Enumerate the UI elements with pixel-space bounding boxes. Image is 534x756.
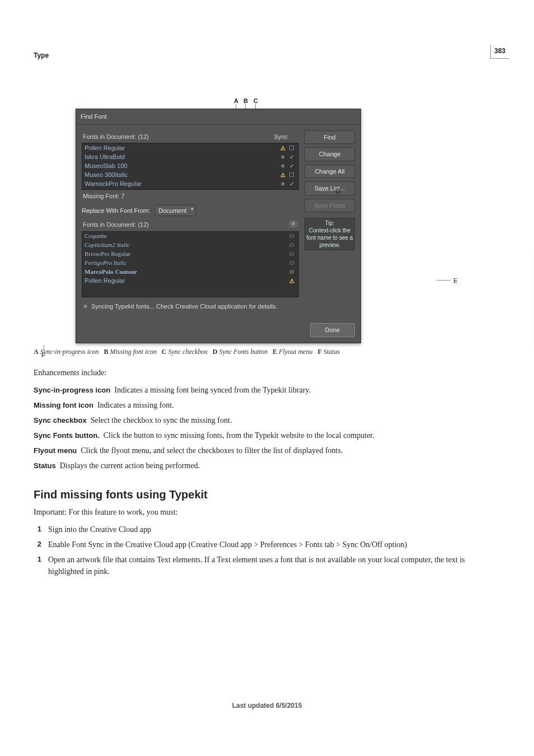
font-name: Iskra UltraBold xyxy=(85,152,278,162)
fonts-in-document-label: Fonts in Document: (12) Sync xyxy=(82,130,299,143)
definition-term: Sync-in-progress icon xyxy=(34,386,110,394)
tip-box: Tip: Context-click the font name to see … xyxy=(305,218,355,250)
step-item: 1Sign into the Creative Cloud app xyxy=(34,524,500,535)
font-row[interactable]: MarcoPolo Contour O xyxy=(82,268,298,277)
opentype-icon: O xyxy=(287,259,296,267)
intro-text: Enhancements include: xyxy=(34,367,500,379)
missing-font-icon: ⚠ xyxy=(287,277,296,285)
opentype-icon: O xyxy=(287,241,296,249)
opentype-icon: O xyxy=(287,232,296,240)
page-footer: Last updated 6/5/2015 xyxy=(34,701,500,711)
definition-row: Sync checkbox Select the checkbox to syn… xyxy=(34,414,500,426)
done-button[interactable]: Done xyxy=(310,323,355,337)
font-row[interactable]: Capitolium2 Italic O xyxy=(82,241,298,250)
font-name: Pollen Regular xyxy=(85,143,278,153)
definition-desc: Click the flyout menu, and select the ch… xyxy=(81,446,343,455)
definition-row: Status Displays the current action being… xyxy=(34,460,500,472)
definition-row: Flyout menu Click the flyout menu, and s… xyxy=(34,445,500,456)
font-name: Coquette xyxy=(85,231,287,241)
find-button[interactable]: Find xyxy=(305,130,355,144)
font-name: MarcoPolo Contour xyxy=(85,267,287,277)
missing-font-icon: ⚠ xyxy=(278,144,287,152)
step-text: Open an artwork file that contains Text … xyxy=(48,554,500,577)
important-note: Important: For this feature to work, you… xyxy=(34,506,500,518)
step-text: Enable Font Sync in the Creative Cloud a… xyxy=(48,539,500,550)
replacement-font-list[interactable]: Coquette O Capitolium2 Italic O BriosoPr… xyxy=(82,231,299,297)
definition-term: Sync checkbox xyxy=(34,416,87,424)
callout-row-top: A B C xyxy=(76,94,500,109)
save-list-button[interactable]: Save List... xyxy=(305,181,355,195)
font-name: Capitolium2 Italic xyxy=(85,240,287,250)
font-row[interactable]: FertigoPro Italic O xyxy=(82,259,298,268)
step-item: 1Open an artwork file that contains Text… xyxy=(34,554,500,577)
definition-term: Status xyxy=(34,461,56,470)
caption-key-f: F xyxy=(317,348,321,356)
status-text: Syncing Typekit fonts... Check Creative … xyxy=(91,302,277,311)
change-button[interactable]: Change xyxy=(305,147,355,161)
font-name: FertigoPro Italic xyxy=(85,258,287,268)
tip-heading: Tip: xyxy=(306,220,353,227)
dialog-title: Find Font xyxy=(76,109,360,125)
font-row[interactable]: WarnockPro Regular ✳ ✓ xyxy=(82,179,298,188)
font-row[interactable]: Pollen Regular ⚠ xyxy=(82,277,298,286)
heading-find-missing-fonts: Find missing fonts using Typekit xyxy=(34,486,500,503)
sync-column-header: Sync xyxy=(274,132,298,142)
definition-term: Sync Fonts button. xyxy=(34,431,100,440)
font-row[interactable]: MuseoSlab 100 ✳ ✓ xyxy=(82,161,298,170)
callout-d: D xyxy=(336,186,340,196)
step-number: 2 xyxy=(34,539,41,550)
definition-row: Missing font icon Indicates a missing fo… xyxy=(34,399,500,411)
figure-caption: A Sync-in-progress icon B Missing font i… xyxy=(34,347,500,357)
caption-key-b: B xyxy=(104,348,108,356)
font-name: WarnockPro Regular xyxy=(85,179,278,189)
font-name: BriosoPro Regular xyxy=(85,249,287,259)
caption-text-b: Missing font icon xyxy=(110,348,156,356)
sync-fonts-button[interactable]: Sync Fonts xyxy=(305,199,355,213)
step-item: 2Enable Font Sync in the Creative Cloud … xyxy=(34,539,500,550)
sync-checkbox[interactable]: ✓ xyxy=(287,161,296,171)
definition-desc: Indicates a missing font being synced fr… xyxy=(114,386,311,394)
definition-term: Missing font icon xyxy=(34,401,93,409)
find-font-dialog: Find Font Fonts in Document: (12) Sync P… xyxy=(76,109,361,343)
status-row: ✳ Syncing Typekit fonts... Check Creativ… xyxy=(82,297,299,314)
font-name: Museo 300Italic xyxy=(85,170,278,180)
callout-e: E xyxy=(453,276,457,286)
font-row[interactable]: BriosoPro Regular O xyxy=(82,250,298,259)
change-all-button[interactable]: Change All xyxy=(305,165,355,179)
sync-checkbox[interactable]: ☐ xyxy=(287,170,296,180)
sync-checkbox[interactable]: ✓ xyxy=(287,152,296,162)
font-row[interactable]: Pollen Regular ⚠ ☐ xyxy=(82,143,298,152)
caption-key-d: D xyxy=(213,348,218,356)
sync-in-progress-icon: ✳ xyxy=(278,153,287,161)
font-row[interactable]: Museo 300Italic ⚠ ☐ xyxy=(82,170,298,179)
definition-term: Flyout menu xyxy=(34,446,77,455)
font-name: MuseoSlab 100 xyxy=(85,161,278,171)
page-number: 383 xyxy=(490,45,509,59)
missing-font-count: Missing Font: 7 xyxy=(82,190,299,203)
step-number: 1 xyxy=(34,554,41,577)
caption-key-c: C xyxy=(162,348,167,356)
definition-desc: Select the checkbox to sync the missing … xyxy=(91,416,232,424)
opentype-icon: O xyxy=(287,268,296,276)
definition-desc: Click the button to sync missing fonts, … xyxy=(104,431,374,440)
callout-f: F xyxy=(41,351,45,360)
figure: A B C Find Font Fonts in Document: (12) … xyxy=(34,94,500,343)
sync-in-progress-icon: ✳ xyxy=(83,302,88,311)
tip-text: Context-click the font name to see a pre… xyxy=(306,227,353,249)
caption-text-d: Sync Fonts button xyxy=(219,348,268,356)
font-row[interactable]: Coquette O xyxy=(82,232,298,241)
chapter-title: Type xyxy=(34,50,500,60)
missing-font-icon: ⚠ xyxy=(278,171,287,179)
sync-checkbox[interactable]: ✓ xyxy=(287,179,296,189)
fonts-in-document-label-2: Fonts in Document: (12) ≡ xyxy=(82,218,299,231)
steps-list: 1Sign into the Creative Cloud app 2Enabl… xyxy=(34,524,500,577)
font-row[interactable]: Iskra UltraBold ✳ ✓ xyxy=(82,152,298,161)
sync-in-progress-icon: ✳ xyxy=(278,180,287,188)
document-font-list[interactable]: Pollen Regular ⚠ ☐ Iskra UltraBold ✳ ✓ M… xyxy=(82,143,299,190)
opentype-icon: O xyxy=(287,250,296,258)
sync-checkbox[interactable]: ☐ xyxy=(287,143,296,153)
caption-text-f: Status xyxy=(324,348,340,356)
caption-text-e: Flyout menu xyxy=(279,348,312,356)
flyout-menu-icon[interactable]: ≡ xyxy=(289,220,298,228)
replace-source-dropdown[interactable]: Document xyxy=(154,205,196,217)
